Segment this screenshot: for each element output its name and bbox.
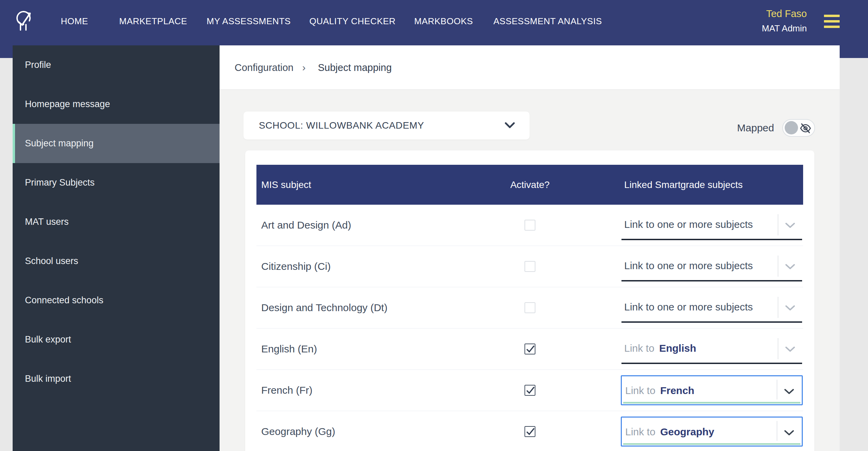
nav-item-marketplace[interactable]: MARKETPLACE xyxy=(119,16,187,26)
sidebar-item-label: Primary Subjects xyxy=(25,177,95,188)
sidebar-item-bulk-import[interactable]: Bulk import xyxy=(13,359,220,398)
subject-link-dropdown[interactable]: Link to one or more subjects xyxy=(621,251,803,281)
linked-subject-name: English xyxy=(659,343,696,354)
mapped-label: Mapped xyxy=(737,122,774,134)
checkmark-icon xyxy=(526,386,535,395)
nav-item-my-assessments[interactable]: MY ASSESSMENTS xyxy=(207,16,291,26)
link-placeholder-text: Link to one or more subjects xyxy=(624,219,753,230)
link-prefix-text: Link to xyxy=(625,385,655,396)
eye-slash-icon xyxy=(799,122,812,134)
checkmark-icon xyxy=(526,427,535,436)
sidebar-item-subject-mapping[interactable]: Subject mapping xyxy=(13,124,220,163)
sidebar-item-label: MAT users xyxy=(25,217,69,227)
settings-sidebar: Profile Homepage message Subject mapping… xyxy=(13,45,220,451)
table-row: French (Fr) Link to French xyxy=(256,370,803,411)
link-placeholder-text: Link to one or more subjects xyxy=(624,260,753,272)
mis-subject-name: English (En) xyxy=(261,329,317,369)
sidebar-item-school-users[interactable]: School users xyxy=(13,242,220,281)
table-body: Art and Design (Ad) Link to one or more … xyxy=(256,205,803,451)
mis-subject-name: French (Fr) xyxy=(261,370,312,411)
chevron-down-icon xyxy=(785,222,795,229)
school-selector-label: SCHOOL: WILLOWBANK ACADEMY xyxy=(259,112,424,140)
sidebar-item-primary-subjects[interactable]: Primary Subjects xyxy=(13,163,220,202)
sidebar-item-bulk-export[interactable]: Bulk export xyxy=(13,320,220,359)
nav-item-assessment-analysis[interactable]: ASSESSMENT ANALYSIS xyxy=(493,16,602,26)
breadcrumb-parent[interactable]: Configuration xyxy=(235,45,294,90)
table-row: Design and Technology (Dt) Link to one o… xyxy=(256,287,803,329)
column-header-linked-subjects: Linked Smartgrade subjects xyxy=(624,165,743,205)
sidebar-item-profile[interactable]: Profile xyxy=(13,45,220,85)
checkmark-icon xyxy=(526,345,535,354)
dropdown-underline xyxy=(621,239,802,240)
subject-link-dropdown[interactable]: Link to one or more subjects xyxy=(621,210,803,240)
chevron-down-icon xyxy=(784,389,794,395)
link-prefix-text: Link to xyxy=(625,426,655,438)
sidebar-item-label: Bulk import xyxy=(25,374,71,384)
table-row: Geography (Gg) Link to Geography xyxy=(256,411,803,451)
user-name[interactable]: Ted Faso xyxy=(766,8,807,19)
activate-checkbox[interactable] xyxy=(524,220,535,231)
link-placeholder-text: Link to one or more subjects xyxy=(624,301,753,313)
linked-subject-name: French xyxy=(660,385,694,396)
subject-link-dropdown[interactable]: Link to French xyxy=(621,375,803,405)
nav-item-markbooks[interactable]: MARKBOOKS xyxy=(414,16,473,26)
sidebar-item-connected-schools[interactable]: Connected schools xyxy=(13,281,220,320)
chevron-down-icon xyxy=(785,305,795,311)
activate-checkbox[interactable] xyxy=(524,261,535,272)
dropdown-divider xyxy=(777,421,777,441)
mapped-filter: Mapped xyxy=(737,119,815,137)
table-row: Art and Design (Ad) Link to one or more … xyxy=(256,205,803,246)
activate-checkbox[interactable] xyxy=(524,426,535,437)
dropdown-divider xyxy=(778,214,778,235)
dropdown-divider xyxy=(778,338,778,359)
breadcrumb-separator-icon: › xyxy=(302,45,306,90)
column-header-mis-subject: MIS subject xyxy=(261,165,311,205)
sidebar-item-mat-users[interactable]: MAT users xyxy=(13,202,220,242)
breadcrumb-current: Subject mapping xyxy=(318,45,392,90)
sidebar-item-label: Connected schools xyxy=(25,295,103,306)
mapped-green-underline xyxy=(623,402,800,404)
breadcrumb: Configuration › Subject mapping xyxy=(220,45,840,90)
app-logo-icon[interactable] xyxy=(16,10,31,31)
mis-subject-name: Geography (Gg) xyxy=(261,411,335,451)
mis-subject-name: Citizenship (Ci) xyxy=(261,246,331,287)
sidebar-item-label: Subject mapping xyxy=(25,138,94,149)
main-content: SCHOOL: WILLOWBANK ACADEMY Mapped xyxy=(220,90,840,451)
mapped-green-underline xyxy=(623,443,800,445)
nav-item-home[interactable]: HOME xyxy=(61,16,88,26)
activate-checkbox[interactable] xyxy=(524,385,535,396)
mis-subject-name: Art and Design (Ad) xyxy=(261,205,351,246)
link-prefix-text: Link to xyxy=(624,343,654,354)
subject-mapping-page: HOMEMARKETPLACEMY ASSESSMENTSQUALITY CHE… xyxy=(0,0,868,451)
subject-link-dropdown[interactable]: Link to English xyxy=(621,334,803,364)
nav-item-quality-checker[interactable]: QUALITY CHECKER xyxy=(309,16,396,26)
mis-subject-name: Design and Technology (Dt) xyxy=(261,287,388,328)
table-header-row: Activate? MIS subject Linked Smartgrade … xyxy=(256,165,803,205)
chevron-down-icon xyxy=(785,264,795,270)
activate-checkbox[interactable] xyxy=(524,344,535,354)
user-role: MAT Admin xyxy=(762,23,807,34)
dropdown-divider xyxy=(778,256,778,277)
selected-accent-bar xyxy=(13,124,15,163)
dropdown-divider xyxy=(777,380,777,399)
dropdown-underline xyxy=(621,363,802,364)
subject-link-dropdown[interactable]: Link to Geography xyxy=(621,417,803,447)
chevron-down-icon xyxy=(784,430,794,436)
sidebar-item-label: School users xyxy=(25,256,78,266)
sidebar-item-homepage-message[interactable]: Homepage message xyxy=(13,85,220,124)
toggle-knob xyxy=(785,121,798,134)
sidebar-item-label: Bulk export xyxy=(25,334,71,345)
dropdown-underline xyxy=(621,280,802,281)
sidebar-item-label: Profile xyxy=(25,60,51,70)
school-selector-dropdown[interactable]: SCHOOL: WILLOWBANK ACADEMY xyxy=(243,112,530,140)
mapped-toggle[interactable] xyxy=(782,119,815,137)
hamburger-menu-icon[interactable] xyxy=(824,14,840,28)
activate-checkbox[interactable] xyxy=(524,302,535,313)
sidebar-item-label: Homepage message xyxy=(25,99,110,110)
table-row: Citizenship (Ci) Link to one or more sub… xyxy=(256,246,803,287)
chevron-down-icon xyxy=(785,346,795,352)
dropdown-underline xyxy=(621,321,802,323)
subject-link-dropdown[interactable]: Link to one or more subjects xyxy=(621,293,803,323)
table-row: English (En) Link to English xyxy=(256,329,803,370)
linked-subject-name: Geography xyxy=(660,426,714,438)
